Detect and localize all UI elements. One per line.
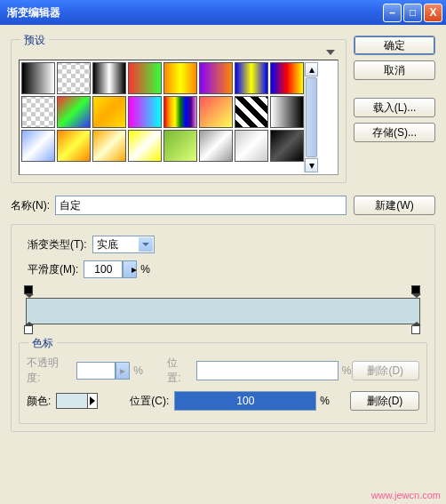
ok-button[interactable]: 确定 bbox=[354, 36, 435, 55]
preset-swatch[interactable] bbox=[163, 96, 197, 128]
presets-legend: 预设 bbox=[20, 33, 49, 48]
save-button[interactable]: 存储(S)... bbox=[354, 123, 435, 142]
load-button[interactable]: 载入(L)... bbox=[354, 98, 435, 117]
maximize-button[interactable]: □ bbox=[403, 4, 422, 22]
preset-swatch[interactable] bbox=[199, 62, 233, 94]
preset-swatch[interactable] bbox=[57, 130, 91, 162]
close-button[interactable]: X bbox=[424, 4, 442, 22]
gradient-preview-bar[interactable] bbox=[26, 298, 420, 324]
color-swatch[interactable] bbox=[56, 393, 88, 409]
preset-swatch[interactable] bbox=[92, 62, 126, 94]
cancel-button[interactable]: 取消 bbox=[354, 60, 435, 80]
stops-fieldset: 色标 不透明度: ▸ % 位置: % 删除(D) 颜色: bbox=[19, 342, 427, 424]
percent-label: % bbox=[140, 263, 150, 276]
smoothness-input[interactable] bbox=[84, 260, 123, 278]
preset-swatch[interactable] bbox=[270, 62, 304, 94]
preset-swatch[interactable] bbox=[128, 62, 162, 94]
gradient-type-select[interactable]: 实底 bbox=[92, 236, 155, 253]
opacity-stop-right[interactable] bbox=[411, 285, 422, 298]
preset-swatch[interactable] bbox=[199, 96, 233, 128]
preset-swatch[interactable] bbox=[235, 130, 268, 162]
preset-swatch[interactable] bbox=[92, 130, 126, 162]
preset-swatch[interactable] bbox=[270, 96, 304, 128]
opacity-label: 不透明度: bbox=[27, 356, 71, 386]
chevron-down-icon bbox=[139, 237, 153, 252]
presets-menu-icon[interactable] bbox=[326, 50, 335, 55]
preset-swatch[interactable] bbox=[163, 130, 197, 162]
name-input[interactable] bbox=[55, 196, 346, 215]
preset-swatch[interactable] bbox=[128, 96, 162, 128]
window-title: 渐变编辑器 bbox=[7, 5, 60, 20]
opacity-stepper: ▸ bbox=[115, 362, 130, 380]
opacity-stop-left[interactable] bbox=[24, 285, 35, 298]
preset-swatch[interactable] bbox=[57, 96, 91, 128]
title-bar: 渐变编辑器 – □ X bbox=[0, 0, 446, 25]
delete-opacity-stop-button: 删除(D) bbox=[352, 361, 419, 380]
preset-swatch[interactable] bbox=[128, 130, 162, 162]
minimize-button[interactable]: – bbox=[383, 4, 402, 22]
opacity-pos-input bbox=[196, 361, 338, 380]
color-picker-arrow-icon[interactable] bbox=[87, 393, 98, 409]
stops-legend: 色标 bbox=[28, 336, 57, 351]
scroll-down-icon[interactable]: ▾ bbox=[305, 158, 318, 172]
gradient-bar-area bbox=[19, 285, 427, 339]
preset-swatch[interactable] bbox=[57, 62, 91, 94]
preset-swatch[interactable] bbox=[199, 130, 233, 162]
preset-scrollbar[interactable]: ▴ ▾ bbox=[304, 62, 318, 172]
smoothness-label: 平滑度(M): bbox=[28, 262, 78, 277]
gradient-type-label: 渐变类型(T): bbox=[28, 237, 87, 252]
name-label: 名称(N): bbox=[11, 198, 50, 213]
preset-swatch[interactable] bbox=[235, 62, 268, 94]
preset-swatch[interactable] bbox=[21, 62, 55, 94]
presets-fieldset: 预设 ▴ ▾ bbox=[11, 39, 346, 183]
gradient-type-value: 实底 bbox=[97, 237, 118, 252]
color-pos-label: 位置(C): bbox=[130, 394, 169, 409]
preset-swatch[interactable] bbox=[163, 62, 197, 94]
preset-swatch[interactable] bbox=[92, 96, 126, 128]
preset-swatch[interactable] bbox=[21, 130, 55, 162]
watermark: www.jewcn.com bbox=[371, 490, 441, 500]
delete-color-stop-button[interactable]: 删除(D) bbox=[350, 391, 419, 411]
gradient-settings-fieldset: 渐变类型(T): 实底 平滑度(M): ▸ % 色标 不透明度: bbox=[11, 224, 435, 432]
preset-swatch[interactable] bbox=[270, 130, 304, 162]
preset-swatch[interactable] bbox=[21, 96, 55, 128]
opacity-pos-label: 位置: bbox=[167, 356, 191, 386]
color-pos-input[interactable] bbox=[174, 391, 316, 411]
color-stop-right[interactable] bbox=[411, 325, 422, 338]
new-button[interactable]: 新建(W) bbox=[354, 196, 435, 215]
opacity-input bbox=[76, 362, 115, 380]
scroll-thumb[interactable] bbox=[306, 77, 317, 157]
scroll-up-icon[interactable]: ▴ bbox=[305, 62, 318, 76]
color-label: 颜色: bbox=[27, 394, 51, 409]
preset-grid bbox=[21, 62, 304, 172]
smoothness-stepper[interactable]: ▸ bbox=[123, 260, 137, 278]
preset-swatch[interactable] bbox=[235, 96, 268, 128]
